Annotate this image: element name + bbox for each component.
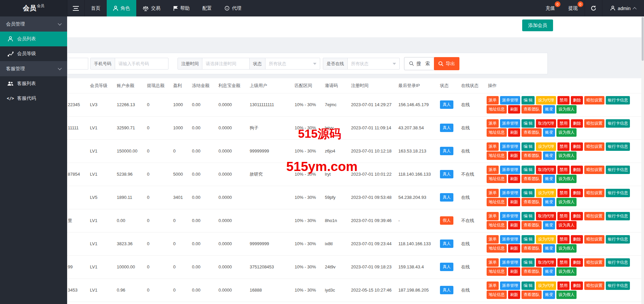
set-fake-button[interactable]: 设为假人 xyxy=(556,244,577,253)
delete-button[interactable]: 删除 xyxy=(571,235,583,244)
set-fake-button[interactable]: 设为假人 xyxy=(556,175,577,183)
bank-card-info-button[interactable]: 银行卡信息 xyxy=(606,166,630,174)
sidebar-item[interactable]: 客服列表 xyxy=(0,76,67,91)
dispatch-manage-button[interactable]: 派单管理 xyxy=(500,96,520,104)
account-change-button[interactable]: 账变 xyxy=(543,291,555,299)
delete-button[interactable]: 删除 xyxy=(571,142,583,151)
dispatch-button[interactable]: 派单 xyxy=(487,166,499,174)
address-info-button[interactable]: 地址信息 xyxy=(487,291,507,299)
cancel-agent-button[interactable]: 取消代理 xyxy=(536,119,556,128)
menu-toggle-icon[interactable] xyxy=(67,0,85,16)
set-agent-button[interactable]: 设为代理 xyxy=(536,235,556,244)
refresh-button[interactable]: 刷新 xyxy=(508,291,520,299)
address-info-button[interactable]: 地址信息 xyxy=(487,151,507,160)
refresh-icon[interactable] xyxy=(585,0,602,16)
nav-tab-5[interactable]: 配置 xyxy=(196,0,218,16)
disable-button[interactable]: 禁用 xyxy=(557,96,569,104)
view-team-button[interactable]: 查看团队 xyxy=(522,267,542,276)
nav-tab-4[interactable]: 帮助 xyxy=(167,0,196,16)
refresh-button[interactable]: 刷新 xyxy=(508,128,520,137)
account-change-button[interactable]: 账变 xyxy=(543,267,555,276)
view-team-button[interactable]: 查看团队 xyxy=(522,244,542,253)
export-button[interactable]: 导出 xyxy=(434,57,459,70)
dispatch-manage-button[interactable]: 派单管理 xyxy=(500,281,520,290)
set-real-button[interactable]: 设为真人 xyxy=(556,221,577,229)
set-agent-button[interactable]: 设为代理 xyxy=(536,189,556,197)
dispatch-manage-button[interactable]: 派单管理 xyxy=(500,119,520,128)
cancel-agent-button[interactable]: 取消代理 xyxy=(536,212,556,220)
disable-button[interactable]: 禁用 xyxy=(557,281,569,290)
account-change-button[interactable]: 账变 xyxy=(543,175,555,183)
disable-button[interactable]: 禁用 xyxy=(557,166,569,174)
account-change-button[interactable]: 账变 xyxy=(543,221,555,229)
disable-button[interactable]: 禁用 xyxy=(557,142,569,151)
search-button[interactable]: 搜 索 xyxy=(404,57,436,70)
dispatch-button[interactable]: 派单 xyxy=(487,189,499,197)
dispatch-manage-button[interactable]: 派单管理 xyxy=(500,166,520,174)
account-change-button[interactable]: 账变 xyxy=(543,244,555,253)
phone-input[interactable] xyxy=(115,58,168,69)
address-info-button[interactable]: 地址信息 xyxy=(487,221,507,229)
refresh-button[interactable]: 刷新 xyxy=(508,267,520,276)
view-team-button[interactable]: 查看团队 xyxy=(522,175,542,183)
bank-card-info-button[interactable]: 银行卡信息 xyxy=(606,235,630,244)
recharge-button[interactable]: 充值 0 xyxy=(539,0,562,16)
hidden-deduct-button[interactable]: 暗扣设置 xyxy=(584,258,604,267)
refresh-button[interactable]: 刷新 xyxy=(508,244,520,253)
dispatch-button[interactable]: 派单 xyxy=(487,142,499,151)
edit-button[interactable]: 编 辑 xyxy=(522,96,535,104)
sidebar-item[interactable]: </>客服代码 xyxy=(0,91,67,106)
set-fake-button[interactable]: 设为假人 xyxy=(556,267,577,276)
set-agent-button[interactable]: 设为代理 xyxy=(536,96,556,104)
dispatch-button[interactable]: 派单 xyxy=(487,212,499,220)
admin-user-menu[interactable]: admin xyxy=(602,0,644,16)
set-fake-button[interactable]: 设为假人 xyxy=(556,151,577,160)
hidden-deduct-button[interactable]: 暗扣设置 xyxy=(584,119,604,128)
dispatch-manage-button[interactable]: 派单管理 xyxy=(500,258,520,267)
scrollbar-thumb[interactable] xyxy=(642,17,644,61)
hidden-deduct-button[interactable]: 暗扣设置 xyxy=(584,281,604,290)
delete-button[interactable]: 删除 xyxy=(571,96,583,104)
hidden-deduct-button[interactable]: 暗扣设置 xyxy=(584,142,604,151)
set-fake-button[interactable]: 设为假人 xyxy=(556,291,577,299)
delete-button[interactable]: 删除 xyxy=(571,119,583,128)
delete-button[interactable]: 删除 xyxy=(571,258,583,267)
status-select[interactable]: 所有状态 xyxy=(265,58,320,69)
account-change-button[interactable]: 账变 xyxy=(543,151,555,160)
add-member-button[interactable]: 添加会员 xyxy=(522,19,553,31)
sidebar-item[interactable]: 会员等级 xyxy=(0,46,67,61)
account-change-button[interactable]: 账变 xyxy=(543,105,555,114)
edit-button[interactable]: 编 辑 xyxy=(522,142,535,151)
vertical-scrollbar[interactable] xyxy=(641,16,644,304)
edit-button[interactable]: 编 辑 xyxy=(522,258,535,267)
edit-button[interactable]: 编 辑 xyxy=(522,212,535,220)
online-select[interactable]: 所有状态 xyxy=(348,58,399,69)
nav-tab-2[interactable]: 角色 xyxy=(107,0,136,16)
disable-button[interactable]: 禁用 xyxy=(557,235,569,244)
bank-card-info-button[interactable]: 银行卡信息 xyxy=(606,189,630,197)
view-team-button[interactable]: 查看团队 xyxy=(522,291,542,299)
refresh-button[interactable]: 刷新 xyxy=(508,151,520,160)
nav-tab-3[interactable]: 交易 xyxy=(136,0,167,16)
dispatch-button[interactable]: 派单 xyxy=(487,119,499,128)
view-team-button[interactable]: 查看团队 xyxy=(522,221,542,229)
dispatch-button[interactable]: 派单 xyxy=(487,258,499,267)
set-agent-button[interactable]: 设为代理 xyxy=(536,142,556,151)
disable-button[interactable]: 禁用 xyxy=(557,212,569,220)
hidden-deduct-button[interactable]: 暗扣设置 xyxy=(584,235,604,244)
cancel-agent-button[interactable]: 取消代理 xyxy=(536,258,556,267)
bank-card-info-button[interactable]: 银行卡信息 xyxy=(606,96,630,104)
dispatch-button[interactable]: 派单 xyxy=(487,235,499,244)
disable-button[interactable]: 禁用 xyxy=(557,258,569,267)
edit-button[interactable]: 编 辑 xyxy=(522,281,535,290)
set-fake-button[interactable]: 设为假人 xyxy=(556,105,577,114)
view-team-button[interactable]: 查看团队 xyxy=(522,198,542,206)
bank-card-info-button[interactable]: 银行卡信息 xyxy=(606,142,630,151)
view-team-button[interactable]: 查看团队 xyxy=(522,151,542,160)
withdraw-button[interactable]: 提现 0 xyxy=(562,0,585,16)
edit-button[interactable]: 编 辑 xyxy=(522,189,535,197)
edit-button[interactable]: 编 辑 xyxy=(522,235,535,244)
address-info-button[interactable]: 地址信息 xyxy=(487,244,507,253)
disable-button[interactable]: 禁用 xyxy=(557,189,569,197)
address-info-button[interactable]: 地址信息 xyxy=(487,198,507,206)
